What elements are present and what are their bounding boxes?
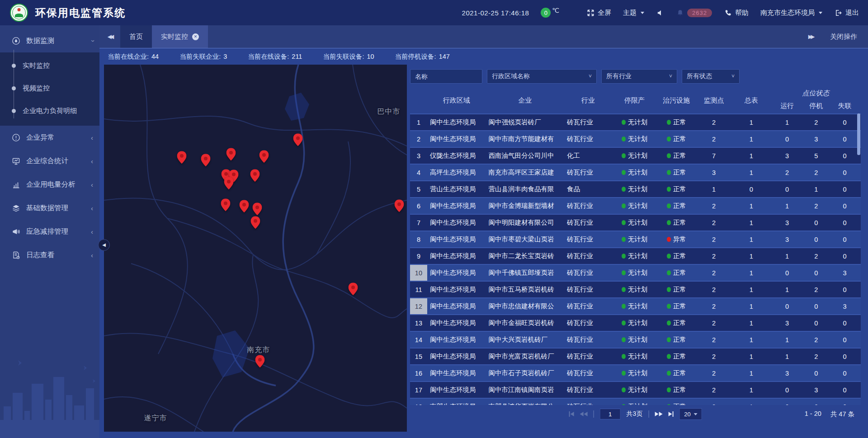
sidebar-item[interactable]: 日志查看 ‹ bbox=[0, 243, 99, 267]
page-number-input[interactable] bbox=[600, 409, 621, 419]
tab-realtime-monitor[interactable]: 实时监控 ✕ bbox=[152, 25, 208, 48]
sidebar-subitem[interactable]: 企业电力负荷明细 bbox=[0, 99, 99, 122]
stat-item: 当前停机设备:147 bbox=[395, 52, 450, 61]
table-row[interactable]: 8 阆中生态环境局 阆中市枣碧大梁山页岩 砖瓦行业 无计划 异常 2 1 3 0… bbox=[410, 231, 861, 247]
first-page-button[interactable] bbox=[569, 411, 574, 417]
table-row[interactable]: 7 阆中生态环境局 阆中明阳建材有限公司 砖瓦行业 无计划 正常 2 1 3 0… bbox=[410, 214, 861, 231]
cell-region: 阆中生态环境局 bbox=[427, 282, 486, 297]
sidebar-item[interactable]: 数据监测 ‹ bbox=[0, 29, 99, 52]
cell-region: 阆中生态环境局 bbox=[427, 131, 486, 147]
map-marker[interactable] bbox=[224, 177, 234, 189]
cell-region: 阆中生态环境局 bbox=[427, 349, 486, 364]
name-filter-input[interactable] bbox=[410, 69, 482, 84]
map-marker[interactable] bbox=[177, 151, 187, 164]
map-marker[interactable] bbox=[239, 200, 249, 212]
sidebar-subitem[interactable]: 实时监控 bbox=[0, 54, 99, 77]
map-marker[interactable] bbox=[255, 355, 265, 367]
map-marker[interactable] bbox=[201, 154, 211, 167]
map-marker[interactable] bbox=[251, 216, 260, 229]
cell-industry: 砖瓦行业 bbox=[564, 198, 612, 214]
organization-dropdown[interactable]: 南充市生态环境局 bbox=[760, 9, 822, 17]
tab-close-icon[interactable]: ✕ bbox=[192, 33, 199, 40]
column-header-region: 行政区域 bbox=[427, 87, 486, 113]
table-row[interactable]: 11 阆中生态环境局 阆中市五马桥页岩机砖 砖瓦行业 无计划 正常 2 1 1 … bbox=[410, 281, 861, 297]
cell-monitor-points: 2 bbox=[696, 198, 732, 214]
fullscreen-button[interactable]: 全屏 bbox=[586, 9, 611, 17]
sidebar-subitem[interactable]: 视频监控 bbox=[0, 77, 99, 99]
tabs-scroll-right-button[interactable]: ▶▶ bbox=[800, 33, 821, 40]
sound-button[interactable] bbox=[656, 9, 664, 17]
map-marker[interactable] bbox=[253, 203, 262, 216]
cell-running: 1 bbox=[771, 114, 804, 130]
table-row[interactable]: 18 南部生态环境局 南部县鸿华页岩有限公 砖瓦行业 无计划 正常 2 1 0 … bbox=[410, 398, 861, 405]
cell-lost: 0 bbox=[829, 349, 861, 364]
table-row[interactable]: 16 阆中生态环境局 阆中市石子页岩机砖厂 砖瓦行业 无计划 正常 2 1 3 … bbox=[410, 364, 861, 381]
cell-industry: 砖瓦行业 bbox=[564, 298, 612, 314]
theme-dropdown[interactable]: 主题 bbox=[623, 9, 644, 17]
table-row[interactable]: 14 阆中生态环境局 阆中大兴页岩机砖厂 砖瓦行业 无计划 正常 2 1 1 2… bbox=[410, 331, 861, 348]
notifications-button[interactable]: 2632 bbox=[676, 9, 712, 17]
sidebar-item[interactable]: 企业综合统计 ‹ bbox=[0, 149, 99, 173]
cell-company: 南部县鸿华页岩有限公 bbox=[486, 399, 564, 405]
map-marker[interactable] bbox=[250, 169, 260, 182]
sidebar-item[interactable]: 应急减排管理 ‹ bbox=[0, 220, 99, 243]
sidebar-item[interactable]: 基础数据管理 ‹ bbox=[0, 196, 99, 220]
last-page-button[interactable] bbox=[668, 411, 674, 417]
cell-total-meters: 1 bbox=[732, 315, 771, 331]
table-row[interactable]: 3 仪陇生态环境局 西南油气田分公司川中 化工 无计划 正常 7 1 3 5 0 bbox=[410, 147, 861, 164]
map-marker[interactable] bbox=[293, 133, 302, 146]
cell-total-meters: 1 bbox=[732, 198, 771, 214]
map-marker[interactable] bbox=[221, 198, 230, 211]
previous-page-button[interactable] bbox=[580, 412, 588, 416]
cell-region: 营山生态环境局 bbox=[427, 181, 486, 197]
temperature: 0 ℃ bbox=[541, 8, 559, 18]
tabs-scroll-left-button[interactable]: ◀◀ bbox=[99, 25, 120, 48]
page-size-select[interactable]: 20 bbox=[679, 408, 702, 420]
panel-collapse-handle[interactable]: ◀ bbox=[98, 239, 110, 251]
table-row[interactable]: 2 阆中生态环境局 阆中市南方节能建材有 砖瓦行业 无计划 正常 2 1 0 3… bbox=[410, 130, 861, 147]
map-marker[interactable] bbox=[226, 148, 236, 160]
table-row[interactable]: 17 阆中生态环境局 阆中市江南镇阆南页岩 砖瓦行业 无计划 正常 2 1 0 … bbox=[410, 381, 861, 398]
table-row[interactable]: 9 阆中生态环境局 阆中市二龙长宝页岩砖 砖瓦行业 无计划 正常 2 1 1 2… bbox=[410, 247, 861, 264]
cell-production-status: 无计划 bbox=[612, 215, 657, 231]
map-marker[interactable] bbox=[349, 283, 358, 295]
tab-home[interactable]: 首页 bbox=[120, 25, 152, 48]
sidebar-item[interactable]: 企业用电量分析 ‹ bbox=[0, 173, 99, 196]
table-row[interactable]: 15 阆中生态环境局 阆中市光富页岩机砖厂 砖瓦行业 无计划 正常 2 1 1 … bbox=[410, 348, 861, 364]
table-row[interactable]: 6 阆中生态环境局 阆中市金博瑞新型墙材 砖瓦行业 无计划 正常 2 1 1 2… bbox=[410, 197, 861, 214]
help-button[interactable]: 帮助 bbox=[724, 9, 749, 17]
datetime: 2021-02-25 17:46:18 bbox=[462, 9, 529, 17]
close-operations-button[interactable]: 关闭操作 bbox=[830, 33, 857, 41]
table-row[interactable]: 10 阆中生态环境局 阆中千佛镇五郎垭页岩 砖瓦行业 无计划 正常 2 1 0 … bbox=[410, 264, 861, 281]
map-marker[interactable] bbox=[259, 151, 269, 163]
sidebar-item[interactable]: 企业异常 ‹ bbox=[0, 126, 99, 149]
map-marker[interactable] bbox=[395, 200, 404, 212]
cell-index: 15 bbox=[410, 349, 427, 364]
stat-value: 10 bbox=[367, 53, 374, 60]
logout-button[interactable]: 退出 bbox=[834, 9, 859, 17]
pager-divider bbox=[594, 410, 594, 418]
cell-lost: 0 bbox=[829, 282, 861, 297]
table-row[interactable]: 4 高坪生态环境局 南充市高坪区王家店建 砖瓦行业 无计划 正常 3 1 2 2… bbox=[410, 164, 861, 180]
status-filter-select[interactable]: 所有状态 ˅ bbox=[682, 69, 740, 84]
region-filter-select[interactable]: 行政区域名称 ˅ bbox=[487, 69, 597, 84]
table-row[interactable]: 1 阆中生态环境局 阆中强锐页岩砖厂 砖瓦行业 无计划 正常 2 1 1 2 0 bbox=[410, 113, 861, 130]
cell-stopped: 2 bbox=[803, 165, 829, 180]
cell-total-meters: 1 bbox=[732, 399, 771, 405]
table-row[interactable]: 12 阆中生态环境局 阆中市忠信建材有限公 砖瓦行业 无计划 正常 2 1 0 … bbox=[410, 297, 861, 314]
cell-index: 14 bbox=[410, 332, 427, 348]
cell-index: 8 bbox=[410, 231, 427, 247]
cell-facility-status: 正常 bbox=[657, 298, 696, 314]
total-count-label: 共 47 条 bbox=[830, 410, 854, 419]
industry-filter-select[interactable]: 所有行业 ˅ bbox=[601, 69, 677, 84]
table-scrollbar-thumb[interactable] bbox=[857, 113, 860, 155]
cell-index: 7 bbox=[410, 215, 427, 231]
cell-production-status: 无计划 bbox=[612, 315, 657, 331]
status-dot-icon bbox=[667, 237, 671, 242]
map-canvas[interactable]: 巴中市 南充市 遂宁市 bbox=[104, 65, 407, 432]
table-row[interactable]: 13 阆中生态环境局 阆中市金福旺页岩机砖 砖瓦行业 无计划 正常 2 1 3 … bbox=[410, 314, 861, 331]
cell-index: 3 bbox=[410, 148, 427, 164]
next-page-button[interactable] bbox=[655, 412, 662, 416]
gauge-icon bbox=[12, 37, 20, 45]
table-row[interactable]: 5 营山生态环境局 营山县润丰肉食品有限 食品 无计划 正常 1 0 0 1 0 bbox=[410, 180, 861, 197]
